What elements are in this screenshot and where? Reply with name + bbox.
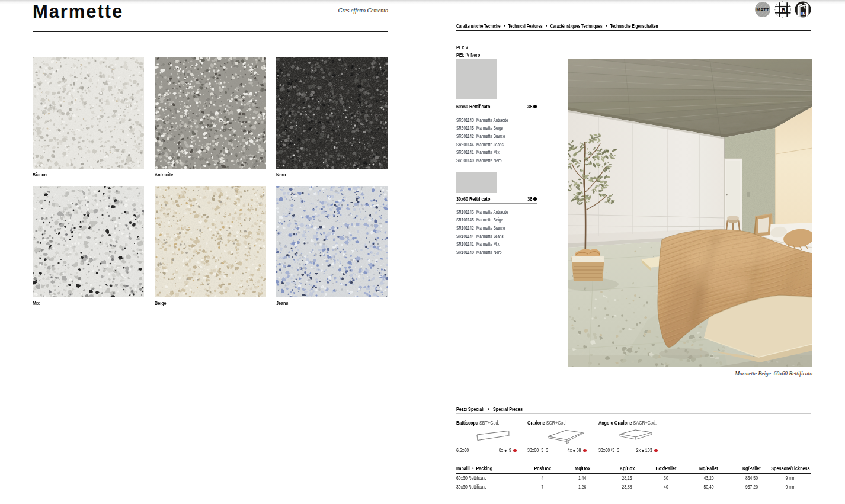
svg-text:R: R [782, 7, 786, 13]
svg-text:MATT: MATT [756, 7, 769, 12]
svg-text:IN: IN [801, 11, 805, 17]
